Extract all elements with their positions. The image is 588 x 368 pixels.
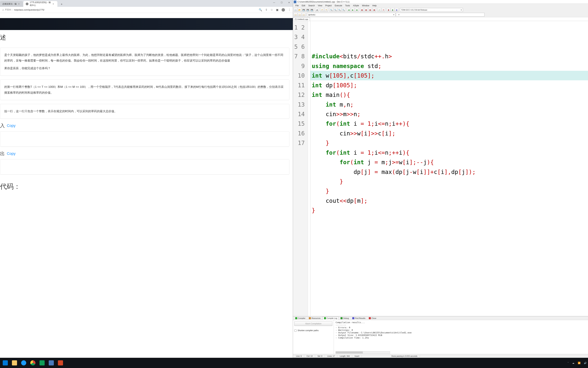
code-heading: 代码： <box>0 178 290 194</box>
print-button[interactable]: 🖨 <box>315 8 319 12</box>
toggle-button[interactable]: ▢ <box>302 13 306 17</box>
compile-button[interactable]: ▦ <box>360 8 364 12</box>
close-icon[interactable]: × <box>53 3 54 5</box>
rebuild-button[interactable]: ▦ <box>372 8 376 12</box>
delete-profile-button[interactable]: ▮ <box>391 8 395 12</box>
shorten-paths-checkbox[interactable]: Shorten compiler paths <box>294 329 332 332</box>
compilelog-icon <box>324 317 326 319</box>
browser-close[interactable]: ✕ <box>285 0 293 5</box>
status-length: Length: 344 <box>337 355 352 357</box>
stop-button[interactable]: ✕ <box>382 8 385 12</box>
output-scrollbar[interactable] <box>335 351 390 354</box>
tab-find-results[interactable]: Find Results <box>351 317 367 320</box>
tray-cloud-icon[interactable]: ☁ <box>572 362 574 364</box>
members-select[interactable] <box>396 13 484 17</box>
zoom-icon[interactable]: 🔍 <box>259 8 262 11</box>
menu-file[interactable]: File <box>294 4 300 7</box>
open-button[interactable]: 📂 <box>298 8 301 12</box>
saveas-button[interactable]: 💾 <box>310 8 314 12</box>
taskbar-explorer[interactable] <box>10 359 19 367</box>
menu-icon[interactable]: ⋮ <box>288 8 291 11</box>
copy-button[interactable]: Copy <box>7 123 16 128</box>
status-sel: Sel: 0 <box>315 355 325 357</box>
menu-execute[interactable]: Execute <box>333 4 343 7</box>
bookmark-button[interactable]: ◆ <box>355 8 359 12</box>
menu-view[interactable]: View <box>316 4 324 7</box>
menu-edit[interactable]: Edit <box>300 4 307 7</box>
file-tab[interactable]: [*] Untitled1.cpp <box>293 17 310 21</box>
findresults-icon <box>352 317 354 319</box>
new-class-button[interactable]: ▢ <box>294 13 298 17</box>
menu-project[interactable]: Project <box>324 4 333 7</box>
browser-tab-0[interactable]: 志规划算法 - 编 × <box>0 1 23 7</box>
header-banner <box>0 18 293 30</box>
devcpp-window: C:\Users\86155\Documents\Untitled1.cpp -… <box>293 0 588 358</box>
forward-button[interactable]: ▶ <box>351 8 355 12</box>
tab-title: 1775.采药(01背包) - 编程中心 <box>30 1 51 7</box>
menu-search[interactable]: Search <box>307 4 316 7</box>
find-files-button[interactable]: 🔍 <box>338 8 341 12</box>
browser-maximize[interactable]: ☐ <box>278 0 285 5</box>
goto-button[interactable]: 🔍 <box>342 8 345 12</box>
tray-wifi-icon[interactable]: 📶 <box>578 362 580 364</box>
globals-select[interactable]: (globals) <box>307 13 395 17</box>
taskbar-sheets[interactable] <box>38 359 46 367</box>
bookmark-icon[interactable]: ☆ <box>271 8 273 11</box>
sidepanel-icon[interactable]: ▣ <box>276 8 279 11</box>
run-button[interactable]: ▦ <box>364 8 368 12</box>
taskbar-devcpp[interactable] <box>47 359 55 367</box>
tab-compile-log[interactable]: Compile Log <box>323 317 339 320</box>
menu-window[interactable]: Window <box>360 4 371 7</box>
compiler-select[interactable]: TDM-GCC 4.9.2 64-bit Release <box>400 8 463 12</box>
favicon-icon <box>26 3 28 5</box>
output-panel: Abort Compilation Shorten compiler paths… <box>293 320 588 354</box>
insert-button[interactable]: ▢ <box>298 13 301 17</box>
start-button[interactable] <box>1 359 9 367</box>
tray-chevron-icon[interactable]: ˄ <box>568 362 569 364</box>
find-button[interactable]: 🔍 <box>329 8 333 12</box>
tab-resources[interactable]: Resources <box>307 317 322 320</box>
taskbar-chrome[interactable] <box>29 359 37 367</box>
copy-button[interactable]: Copy <box>7 151 16 156</box>
tab-compiler[interactable]: Compiler <box>294 317 307 320</box>
profiling-button[interactable]: ▮ <box>395 8 399 12</box>
line-gutter: 1 2 3 4 5 6 7 8 9 10 11 12 13 14 15 16 1… <box>293 21 308 316</box>
save-button[interactable]: 💾 <box>302 8 306 12</box>
profile-button[interactable]: ▮ <box>387 8 390 12</box>
menu-tools[interactable]: Tools <box>344 4 351 7</box>
tab-close[interactable]: Close <box>367 317 378 320</box>
compile-output[interactable]: Compilation results... -------- - Errors… <box>334 320 588 354</box>
taskbar-powerpoint[interactable] <box>56 359 65 367</box>
code-area[interactable]: #include<bits/stdc++.h> using namespace … <box>310 21 588 316</box>
compile-run-button[interactable]: ▦ <box>368 8 372 12</box>
taskbar-edge[interactable] <box>19 359 28 367</box>
saveall-button[interactable]: 💾 <box>306 8 310 12</box>
menu-help[interactable]: Help <box>371 4 378 7</box>
new-file-button[interactable]: ▢ <box>294 8 298 12</box>
abort-compilation-button[interactable]: Abort Compilation <box>294 322 332 326</box>
status-insert: Insert <box>352 355 362 357</box>
browser-tab-1[interactable]: 1775.采药(01背包) - 编程中心 × <box>23 1 57 7</box>
system-tray[interactable]: ˄ ☁ 📶 🔊 <box>568 362 587 364</box>
close-icon[interactable]: × <box>18 3 20 5</box>
window-title: C:\Users\86155\Documents\Untitled1.cpp -… <box>298 1 587 3</box>
problem-description-card: 是个天资聪颖的孩子，他的梦想是成为世界上最伟大的医师。为此，他想拜附近最有威望的… <box>0 47 290 76</box>
redo-button[interactable]: ↷ <box>324 8 328 12</box>
menu-astyle[interactable]: AStyle <box>352 4 360 7</box>
taskbar: ˄ ☁ 📶 🔊 <box>0 358 588 368</box>
close-icon <box>369 317 371 319</box>
undo-button[interactable]: ↶ <box>320 8 324 12</box>
tab-debug[interactable]: Debug <box>339 317 350 320</box>
input-text: 的第一行有两个整数T（1 <= T <= 1000）和M（1 <= M <= 1… <box>4 84 285 95</box>
tray-volume-icon[interactable]: 🔊 <box>584 362 587 364</box>
new-tab-button[interactable]: + <box>59 2 64 7</box>
security-indicator[interactable]: ⚠ 不安全 | <box>2 8 12 11</box>
code-editor[interactable]: 1 2 3 4 5 6 7 8 9 10 11 12 13 14 15 16 1… <box>293 21 588 316</box>
back-button[interactable]: ◀ <box>347 8 351 12</box>
browser-minimize[interactable]: — <box>270 0 278 5</box>
debug-button[interactable]: ✓ <box>377 8 381 12</box>
share-icon[interactable]: ⇪ <box>265 8 267 11</box>
url-input[interactable]: noipclass.com/question/p1775/ <box>14 9 259 11</box>
profile-icon[interactable] <box>281 8 285 12</box>
replace-button[interactable]: 🔍 <box>333 8 337 12</box>
